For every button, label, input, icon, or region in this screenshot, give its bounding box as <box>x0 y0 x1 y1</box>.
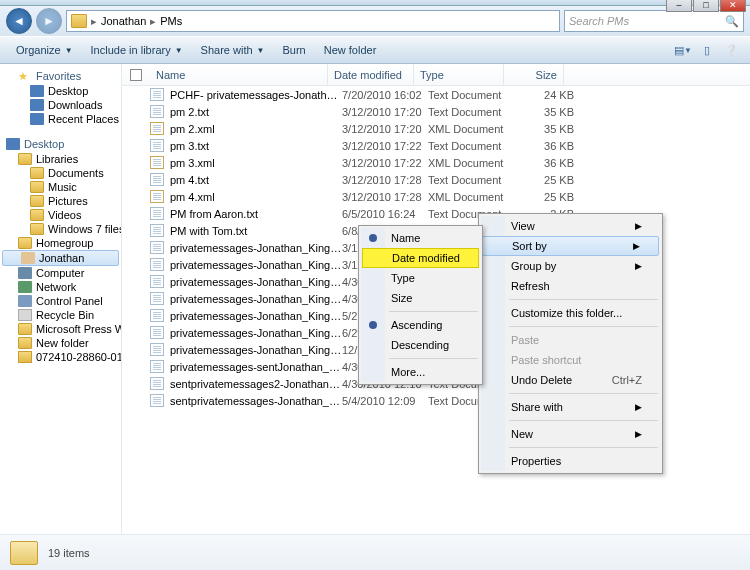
nav-item[interactable]: Control Panel <box>0 294 121 308</box>
nav-item[interactable]: Network <box>0 280 121 294</box>
burn-button[interactable]: Burn <box>274 41 313 59</box>
submenu-arrow-icon: ▶ <box>633 241 640 251</box>
sort-type[interactable]: Type <box>361 268 480 288</box>
share-with-button[interactable]: Share with▼ <box>193 41 273 59</box>
column-date[interactable]: Date modified <box>328 64 414 85</box>
forward-button[interactable]: ► <box>36 8 62 34</box>
column-type[interactable]: Type <box>414 64 504 85</box>
nav-item[interactable]: Homegroup <box>0 236 121 250</box>
nav-item[interactable]: Documents <box>0 166 121 180</box>
nav-item[interactable]: 072410-28860-01.zip <box>0 350 121 364</box>
nav-item[interactable]: Recent Places <box>0 112 121 126</box>
file-icon <box>150 241 164 254</box>
file-name: pm 2.txt <box>170 106 342 118</box>
file-row[interactable]: PCHF- privatemessages-Jonathan_Kin...7/2… <box>122 86 750 103</box>
ctx-properties[interactable]: Properties <box>481 451 660 471</box>
search-input[interactable]: Search PMs 🔍 <box>564 10 744 32</box>
folder-icon <box>71 14 87 28</box>
file-date: 7/20/2010 16:02 <box>342 89 428 101</box>
nav-icon <box>18 281 32 293</box>
nav-icon <box>18 267 32 279</box>
file-icon <box>150 343 164 356</box>
select-all-checkbox[interactable] <box>130 69 142 81</box>
ctx-groupby[interactable]: Group by▶ <box>481 256 660 276</box>
nav-item[interactable]: Microsoft Press Win <box>0 322 121 336</box>
file-row[interactable]: pm 3.txt3/12/2010 17:22Text Document36 K… <box>122 137 750 154</box>
file-date: 3/12/2010 17:20 <box>342 106 428 118</box>
file-date: 6/5/2010 16:24 <box>342 208 428 220</box>
ctx-undo[interactable]: Undo DeleteCtrl+Z <box>481 370 660 390</box>
favorites-group[interactable]: ★Favorites <box>0 68 121 84</box>
new-folder-button[interactable]: New folder <box>316 41 385 59</box>
back-button[interactable]: ◄ <box>6 8 32 34</box>
nav-item[interactable]: Desktop <box>0 84 121 98</box>
window-titlebar: – □ ✕ <box>0 0 750 6</box>
sort-date[interactable]: Date modified <box>362 248 479 268</box>
ctx-view[interactable]: View▶ <box>481 216 660 236</box>
preview-pane-button[interactable]: ▯ <box>696 39 718 61</box>
sort-descending[interactable]: Descending <box>361 335 480 355</box>
file-icon <box>150 275 164 288</box>
minimize-button[interactable]: – <box>666 0 692 12</box>
include-library-button[interactable]: Include in library▼ <box>83 41 191 59</box>
file-icon <box>150 377 164 390</box>
nav-item[interactable]: Windows 7 files <box>0 222 121 236</box>
breadcrumb-sep: ▸ <box>91 15 97 28</box>
sort-more[interactable]: More... <box>361 362 480 382</box>
nav-item[interactable]: Jonathan <box>2 250 119 266</box>
file-row[interactable]: pm 2.txt3/12/2010 17:20Text Document35 K… <box>122 103 750 120</box>
nav-item[interactable]: Music <box>0 180 121 194</box>
view-options-button[interactable]: ▤▼ <box>672 39 694 61</box>
ctx-customize[interactable]: Customize this folder... <box>481 303 660 323</box>
nav-libraries[interactable]: Libraries <box>0 152 121 166</box>
column-name[interactable]: Name <box>150 64 328 85</box>
status-item-count: 19 items <box>48 547 90 559</box>
file-name: privatemessages-Jonathan_King-04-3... <box>170 276 342 288</box>
breadcrumb-seg[interactable]: PMs <box>160 15 182 27</box>
organize-button[interactable]: Organize▼ <box>8 41 81 59</box>
sort-ascending[interactable]: Ascending <box>361 315 480 335</box>
file-icon <box>150 394 164 407</box>
nav-icon <box>18 337 32 349</box>
nav-icon <box>18 323 32 335</box>
sort-name[interactable]: Name <box>361 228 480 248</box>
file-row[interactable]: pm 3.xml3/12/2010 17:22XML Document36 KB <box>122 154 750 171</box>
radio-selected-icon <box>369 234 377 242</box>
maximize-button[interactable]: □ <box>693 0 719 12</box>
nav-item[interactable]: New folder <box>0 336 121 350</box>
file-row[interactable]: pm 4.xml3/12/2010 17:28XML Document25 KB <box>122 188 750 205</box>
ctx-sortby[interactable]: Sort by▶ <box>482 236 659 256</box>
file-name: privatemessages-Jonathan_King-03-1... <box>170 242 342 254</box>
place-icon <box>30 99 44 111</box>
status-bar: 19 items <box>0 534 750 570</box>
file-row[interactable]: pm 2.xml3/12/2010 17:20XML Document35 KB <box>122 120 750 137</box>
nav-item[interactable]: Recycle Bin <box>0 308 121 322</box>
breadcrumb-seg[interactable]: Jonathan <box>101 15 146 27</box>
shortcut-label: Ctrl+Z <box>612 374 642 386</box>
nav-item[interactable]: Computer <box>0 266 121 280</box>
ctx-new[interactable]: New▶ <box>481 424 660 444</box>
file-type: XML Document <box>428 123 518 135</box>
file-name: sentprivatemessages-Jonathan_King-0... <box>170 395 342 407</box>
desktop-group[interactable]: Desktop <box>0 136 121 152</box>
context-menu: View▶ Sort by▶ Group by▶ Refresh Customi… <box>478 213 663 474</box>
address-bar[interactable]: ▸ Jonathan ▸ PMs <box>66 10 560 32</box>
help-button[interactable]: ❔ <box>720 39 742 61</box>
nav-item[interactable]: Pictures <box>0 194 121 208</box>
close-button[interactable]: ✕ <box>720 0 746 12</box>
column-size[interactable]: Size <box>504 64 564 85</box>
file-row[interactable]: pm 4.txt3/12/2010 17:28Text Document25 K… <box>122 171 750 188</box>
ctx-refresh[interactable]: Refresh <box>481 276 660 296</box>
ctx-sharewith[interactable]: Share with▶ <box>481 397 660 417</box>
ctx-paste: Paste <box>481 330 660 350</box>
nav-item[interactable]: Downloads <box>0 98 121 112</box>
sort-size[interactable]: Size <box>361 288 480 308</box>
file-icon <box>150 224 164 237</box>
file-name: privatemessages-Jonathan_King-03-1... <box>170 259 342 271</box>
breadcrumb-sep: ▸ <box>150 15 156 28</box>
nav-item[interactable]: Videos <box>0 208 121 222</box>
star-icon: ★ <box>18 70 32 82</box>
file-icon <box>150 360 164 373</box>
library-icon <box>30 209 44 221</box>
nav-icon <box>18 295 32 307</box>
